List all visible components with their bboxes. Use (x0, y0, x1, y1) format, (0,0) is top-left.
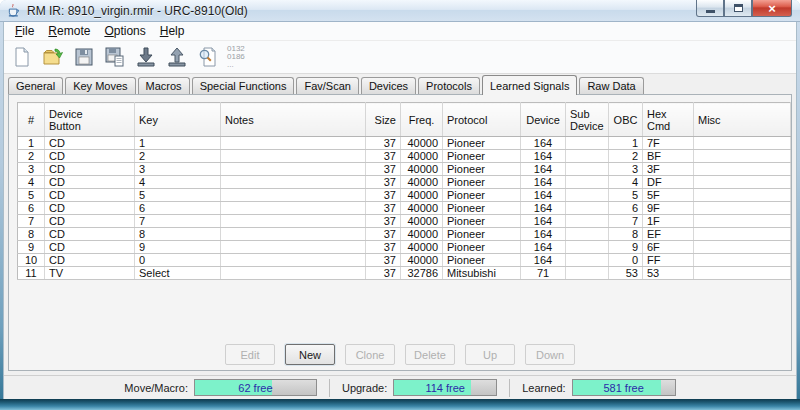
menu-bar: FileRemoteOptionsHelp (4, 22, 796, 41)
upload-to-remote-button[interactable] (163, 43, 191, 71)
table-cell: CD (45, 137, 135, 150)
table-row[interactable]: 1CD13740000Pioneer16417F (18, 137, 791, 150)
tab-special-functions[interactable]: Special Functions (192, 77, 295, 94)
table-row[interactable]: 9CD93740000Pioneer16496F (18, 241, 791, 254)
table-cell (221, 163, 366, 176)
tab-macros[interactable]: Macros (138, 77, 190, 94)
table-cell (694, 137, 791, 150)
title-bar[interactable]: RM IR: 8910_virgin.rmir - URC-8910(Old) … (0, 0, 800, 22)
open-folder-icon (42, 46, 64, 68)
table-cell: 4 (18, 176, 45, 189)
tab-key-moves[interactable]: Key Moves (65, 77, 135, 94)
table-cell: Pioneer (443, 228, 521, 241)
table-cell: 9 (135, 241, 221, 254)
table-row[interactable]: 7CD73740000Pioneer16471F (18, 215, 791, 228)
column-header: Misc (694, 103, 791, 137)
table-cell: 37 (366, 163, 401, 176)
table-cell: Pioneer (443, 176, 521, 189)
up-button[interactable]: Up (465, 344, 515, 365)
table-cell: TV (45, 267, 135, 280)
table-cell: 10 (18, 254, 45, 267)
table-cell: 5 (609, 189, 643, 202)
table-cell (566, 137, 609, 150)
table-cell (566, 189, 609, 202)
table-cell: FF (643, 254, 694, 267)
learned-signals-panel: #Device ButtonKeyNotesSizeFreq.ProtocolD… (8, 94, 792, 371)
save-as-button[interactable] (101, 43, 129, 71)
table-cell (221, 189, 366, 202)
tab-devices[interactable]: Devices (361, 77, 416, 94)
menu-remote[interactable]: Remote (41, 23, 97, 39)
save-button[interactable] (70, 43, 98, 71)
column-header: Size (366, 103, 401, 137)
table-cell: Pioneer (443, 202, 521, 215)
table-cell: 9 (18, 241, 45, 254)
table-cell: EF (643, 228, 694, 241)
table-cell (221, 254, 366, 267)
delete-button[interactable]: Delete (405, 344, 455, 365)
table-cell: 37 (366, 137, 401, 150)
table-cell: 6 (18, 202, 45, 215)
column-header: Hex Cmd (643, 103, 694, 137)
menu-options[interactable]: Options (97, 23, 152, 39)
upload-icon (166, 46, 188, 68)
table-cell (566, 176, 609, 189)
table-cell: 37 (366, 241, 401, 254)
minimize-button[interactable] (696, 0, 724, 17)
column-header: Sub Device (566, 103, 609, 137)
status-bar: Move/Macro:62 freeUpgrade:114 freeLearne… (4, 375, 796, 399)
table-row[interactable]: 11TVSelect3732786Mitsubishi715353 (18, 267, 791, 280)
table-row[interactable]: 8CD83740000Pioneer1648EF (18, 228, 791, 241)
minimize-icon (706, 10, 715, 13)
table-cell (221, 137, 366, 150)
table-row[interactable]: 3CD33740000Pioneer16433F (18, 163, 791, 176)
table-cell: 0 (609, 254, 643, 267)
table-cell: 9 (609, 241, 643, 254)
maximize-button[interactable] (724, 0, 752, 17)
table-cell: 9F (643, 202, 694, 215)
table-cell: 3 (609, 163, 643, 176)
table-cell: CD (45, 241, 135, 254)
table-cell: 40000 (401, 254, 443, 267)
table-row[interactable]: 4CD43740000Pioneer1644DF (18, 176, 791, 189)
table-cell: 2 (609, 150, 643, 163)
tab-fav-scan[interactable]: Fav/Scan (296, 77, 358, 94)
table-cell (566, 202, 609, 215)
table-cell: Select (135, 267, 221, 280)
table-cell: 164 (521, 228, 566, 241)
table-cell: Pioneer (443, 215, 521, 228)
table-cell: 1 (18, 137, 45, 150)
close-button[interactable]: × (752, 0, 792, 17)
clone-button[interactable]: Clone (345, 344, 395, 365)
table-cell: Mitsubishi (443, 267, 521, 280)
maximize-icon (734, 4, 743, 12)
open-file-button[interactable] (39, 43, 67, 71)
tab-protocols[interactable]: Protocols (418, 77, 480, 94)
table-cell (221, 202, 366, 215)
table-cell: 164 (521, 176, 566, 189)
table-row[interactable]: 10CD03740000Pioneer1640FF (18, 254, 791, 267)
table-cell: 6 (135, 202, 221, 215)
down-button[interactable]: Down (525, 344, 575, 365)
table-row[interactable]: 2CD23740000Pioneer1642BF (18, 150, 791, 163)
learned-signals-table: #Device ButtonKeyNotesSizeFreq.ProtocolD… (17, 102, 791, 280)
download-from-remote-button[interactable] (132, 43, 160, 71)
column-header: Notes (221, 103, 366, 137)
new-file-button[interactable] (8, 43, 36, 71)
table-cell: 6 (609, 202, 643, 215)
codes-lookup-button[interactable] (194, 43, 222, 71)
table-cell: 1 (609, 137, 643, 150)
table-cell: Pioneer (443, 189, 521, 202)
table-cell: 40000 (401, 150, 443, 163)
menu-help[interactable]: Help (153, 23, 192, 39)
menu-file[interactable]: File (8, 23, 41, 39)
edit-button[interactable]: Edit (225, 344, 275, 365)
new-button[interactable]: New (285, 344, 335, 365)
table-cell: 53 (609, 267, 643, 280)
table-row[interactable]: 6CD63740000Pioneer16469F (18, 202, 791, 215)
table-cell: 7 (18, 215, 45, 228)
tab-learned-signals[interactable]: Learned Signals (482, 75, 578, 95)
table-row[interactable]: 5CD53740000Pioneer16455F (18, 189, 791, 202)
tab-raw-data[interactable]: Raw Data (579, 77, 643, 94)
tab-general[interactable]: General (8, 77, 63, 94)
